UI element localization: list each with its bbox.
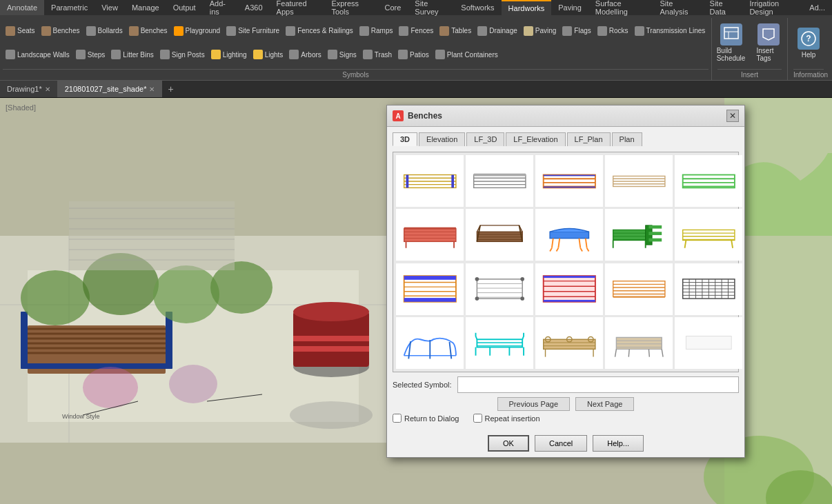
symbol-cell-0-4[interactable] xyxy=(675,155,742,207)
tab-addins[interactable]: Add-ins xyxy=(203,0,238,15)
view-tab-lfplan[interactable]: LF_Plan xyxy=(567,132,611,146)
symbol-cell-2-2[interactable] xyxy=(535,263,603,315)
dialog-body: 3D Elevation LF_3D LF_Elevation LF_Plan … xyxy=(387,127,744,431)
view-tab-elevation[interactable]: Elevation xyxy=(419,132,465,146)
tab-manage[interactable]: Manage xyxy=(125,0,166,15)
ribbon-item-trash[interactable]: Trash xyxy=(360,43,395,67)
tab-featured[interactable]: Featured Apps xyxy=(270,0,325,15)
symbol-cell-1-1[interactable] xyxy=(466,209,533,261)
svg-rect-59 xyxy=(543,174,595,188)
symbol-cell-2-0[interactable] xyxy=(396,263,464,315)
ribbon-item-steps[interactable]: Steps xyxy=(73,43,108,67)
ribbon-item-patios[interactable]: Patios xyxy=(395,43,432,67)
svg-line-87 xyxy=(552,238,553,248)
tab-sitedata[interactable]: Site Data xyxy=(703,0,743,15)
ribbon-item-benches[interactable]: Benches xyxy=(39,19,83,43)
tab-more[interactable]: Ad... xyxy=(802,0,832,15)
ribbon-item-bollards[interactable]: Bollards xyxy=(83,19,126,43)
ribbon-item-lighting[interactable]: Lighting xyxy=(208,43,250,67)
next-page-button[interactable]: Next Page xyxy=(575,397,634,411)
return-to-dialog-label[interactable]: Return to Dialog xyxy=(393,414,459,423)
ribbon-build-schedule[interactable]: Build Schedule xyxy=(714,21,749,65)
symbol-cell-0-1[interactable] xyxy=(466,155,533,207)
view-tab-3d[interactable]: 3D xyxy=(393,132,417,146)
ribbon-tabs: Annotate Parametric View Manage Output A… xyxy=(0,0,832,15)
tab-a360[interactable]: A360 xyxy=(238,0,270,15)
new-tab-button[interactable]: + xyxy=(162,83,179,94)
ribbon-item-benches2[interactable]: Benches xyxy=(126,19,170,43)
view-tab-plan[interactable]: Plan xyxy=(612,132,642,146)
doc-tab-siteshade-close[interactable]: ✕ xyxy=(149,85,155,93)
ribbon-item-flags[interactable]: Flags xyxy=(559,19,593,43)
ribbon-item-tables[interactable]: Tables xyxy=(437,19,474,43)
symbol-cell-1-4[interactable] xyxy=(675,209,742,261)
ribbon-item-transmissionlines[interactable]: Transmission Lines xyxy=(632,19,709,43)
ribbon-item-signs[interactable]: Signs xyxy=(325,43,359,67)
tab-siteanalysis[interactable]: Site Analysis xyxy=(653,0,702,15)
symbol-cell-3-2[interactable] xyxy=(535,317,603,369)
ribbon-item-fences[interactable]: Fences xyxy=(396,19,436,43)
doc-tab-drawing1-close[interactable]: ✕ xyxy=(45,85,50,93)
tab-annotate[interactable]: Annotate xyxy=(0,0,44,15)
symbol-cell-0-2[interactable] xyxy=(535,155,603,207)
doc-tab-siteshade[interactable]: 210801027_site_shade* ✕ xyxy=(58,81,163,97)
ribbon-item-seats[interactable]: Seats xyxy=(3,19,38,43)
ribbon-item-litter[interactable]: Litter Bins xyxy=(108,43,156,67)
tab-view[interactable]: View xyxy=(95,0,125,15)
symbol-cell-2-3[interactable] xyxy=(605,263,673,315)
ribbon-item-fences-rail[interactable]: Fences & Railings xyxy=(283,19,356,43)
symbol-cell-1-2[interactable] xyxy=(535,209,603,261)
dialog-close-button[interactable]: ✕ xyxy=(726,110,739,122)
tab-paving[interactable]: Paving xyxy=(551,0,588,15)
symbol-cell-3-1[interactable] xyxy=(466,317,533,369)
return-to-dialog-checkbox[interactable] xyxy=(393,414,402,423)
ribbon-item-paving[interactable]: Paving xyxy=(521,19,559,43)
ribbon-content: Seats Benches Bollards Benches Playgroun… xyxy=(0,15,832,80)
symbol-cell-0-3[interactable] xyxy=(605,155,673,207)
symbol-cell-0-0[interactable] xyxy=(396,155,464,207)
ribbon-item-lights[interactable]: Lights xyxy=(250,43,286,67)
tab-parametric[interactable]: Parametric xyxy=(44,0,95,15)
ribbon-item-signposts[interactable]: Sign Posts xyxy=(157,43,208,67)
tab-core[interactable]: Core xyxy=(377,0,408,15)
ribbon-item-landscape-walls[interactable]: Landscape Walls xyxy=(3,43,72,67)
svg-rect-101 xyxy=(682,230,734,240)
symbol-cell-3-0[interactable] xyxy=(396,317,464,369)
tab-output[interactable]: Output xyxy=(166,0,203,15)
ribbon-help[interactable]: ? Help xyxy=(791,25,826,61)
ribbon-item-playground-u[interactable]: Playground xyxy=(171,19,224,43)
ribbon-item-arbors[interactable]: Arbors xyxy=(286,43,324,67)
symbol-cell-1-0[interactable] xyxy=(396,209,464,261)
view-tab-lfelevation[interactable]: LF_Elevation xyxy=(506,132,565,146)
ribbon-item-rocks[interactable]: Rocks xyxy=(595,19,631,43)
svg-line-174 xyxy=(662,350,663,357)
tab-sitesurvey[interactable]: Site Survey xyxy=(408,0,454,15)
symbol-cell-2-1[interactable] xyxy=(466,263,533,315)
doc-tab-drawing1[interactable]: Drawing1* ✕ xyxy=(0,81,58,97)
tab-irrigation[interactable]: Irrigation Design xyxy=(742,0,802,15)
tab-surface[interactable]: Surface Modelling xyxy=(588,0,653,15)
cancel-button[interactable]: Cancel xyxy=(535,435,587,452)
prev-page-button[interactable]: Previous Page xyxy=(497,397,571,411)
ribbon-item-sitefurniture[interactable]: Site Furniture xyxy=(224,19,282,43)
ribbon-item-ramps[interactable]: Ramps xyxy=(357,19,396,43)
view-tab-lf3d[interactable]: LF_3D xyxy=(466,132,504,146)
help-button[interactable]: Help... xyxy=(593,435,644,452)
tab-hardworks[interactable]: Hardworks xyxy=(502,0,552,15)
svg-line-89 xyxy=(558,238,559,248)
symbol-cell-1-3[interactable] xyxy=(605,209,673,261)
svg-rect-0 xyxy=(724,28,738,39)
svg-rect-128 xyxy=(543,276,595,278)
repeat-insertion-label[interactable]: Repeat insertion xyxy=(473,414,540,423)
ok-button[interactable]: OK xyxy=(488,435,529,452)
symbol-cell-3-4[interactable] xyxy=(675,317,742,369)
tab-express[interactable]: Express Tools xyxy=(324,0,377,15)
symbol-cell-3-3[interactable] xyxy=(605,317,673,369)
tabs-bar: Drawing1* ✕ 210801027_site_shade* ✕ + xyxy=(0,81,832,98)
symbol-cell-2-4[interactable] xyxy=(675,263,742,315)
ribbon-item-plantcontainers[interactable]: Plant Containers xyxy=(433,43,501,67)
repeat-insertion-checkbox[interactable] xyxy=(473,414,482,423)
tab-softworks[interactable]: Softworks xyxy=(454,0,501,15)
ribbon-insert-tags[interactable]: Insert Tags xyxy=(751,21,786,65)
ribbon-item-drainage[interactable]: Drainage xyxy=(475,19,520,43)
